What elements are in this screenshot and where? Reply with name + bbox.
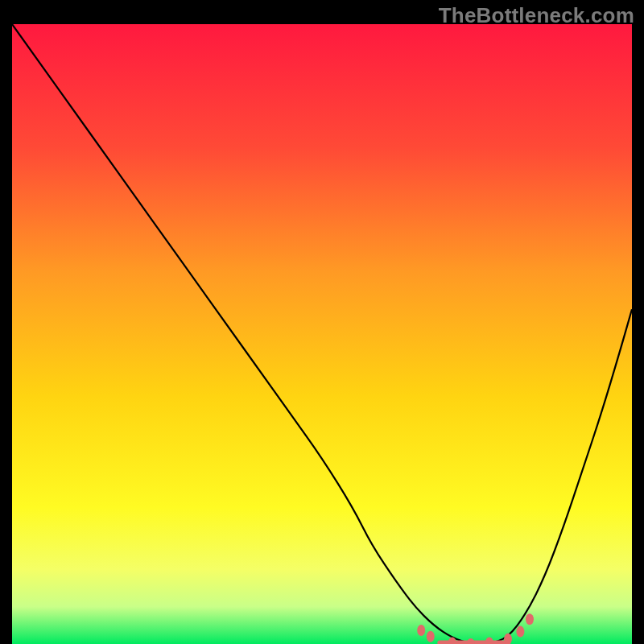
watermark-text: TheBottleneck.com	[439, 3, 634, 28]
optimal-point-marker	[516, 626, 524, 638]
optimal-point-marker	[526, 613, 534, 625]
chart-frame	[12, 24, 632, 644]
optimal-point-marker	[427, 631, 435, 642]
bottleneck-chart	[12, 24, 632, 644]
optimal-point-marker	[417, 625, 425, 636]
gradient-background	[12, 24, 632, 644]
